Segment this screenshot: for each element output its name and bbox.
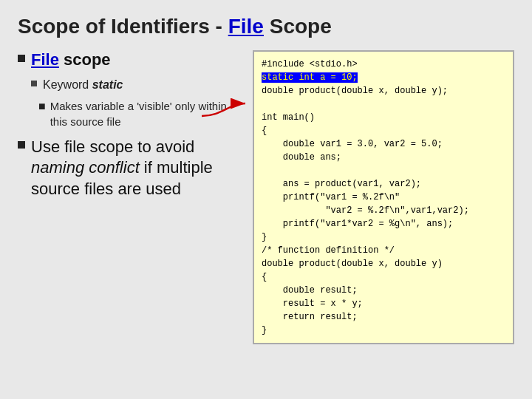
code-line-6: { xyxy=(262,124,505,137)
code-line-16: double product(double x, double y) xyxy=(262,257,505,270)
bullet-main-text-1: File scope xyxy=(31,50,111,69)
bullet-square-2 xyxy=(18,141,25,149)
code-line-19: result = x * y; xyxy=(262,297,505,310)
code-line-3: double product(double x, double y); xyxy=(262,84,505,98)
sub-sub-bullet: ■ Makes variable a 'visible' only within… xyxy=(38,98,232,129)
code-line-21: } xyxy=(262,324,505,337)
sub-bullet-container-1: Keyword static ■ Makes variable a 'visib… xyxy=(31,77,232,129)
code-line-17: { xyxy=(262,270,505,284)
bullet-use-file-scope: Use file scope to avoid naming conflict … xyxy=(18,137,232,200)
sub-bullet-keyword: Keyword static xyxy=(31,77,232,93)
code-highlight-static: static int a = 10; xyxy=(262,72,358,83)
title-underline: File xyxy=(228,15,264,38)
bullet-file-scope: File scope xyxy=(18,50,232,69)
file-underline: File xyxy=(31,50,59,69)
code-line-15: /* function definition */ xyxy=(262,244,505,257)
sub-bullet-square-1 xyxy=(31,81,37,86)
code-line-5: int main() xyxy=(262,111,505,124)
code-line-1: #include <stdio.h> xyxy=(262,58,505,71)
sub-sub-dot: ■ xyxy=(38,100,46,113)
content-area: File scope Keyword static ■ Makes variab… xyxy=(18,50,514,344)
code-line-11: printf("var1 = %.2f\n" xyxy=(262,191,505,204)
code-line-9 xyxy=(262,164,505,177)
code-line-8: double ans; xyxy=(262,151,505,164)
code-line-18: double result; xyxy=(262,284,505,297)
code-line-2: static int a = 10; xyxy=(262,71,505,84)
code-line-10: ans = product(var1, var2); xyxy=(262,177,505,191)
code-line-7: double var1 = 3.0, var2 = 5.0; xyxy=(262,137,505,151)
code-panel: #include <stdio.h> static int a = 10; do… xyxy=(253,50,514,344)
code-line-13: printf("var1*var2 = %g\n", ans); xyxy=(262,217,505,231)
bullet-large-text-2: Use file scope to avoid naming conflict … xyxy=(31,137,232,200)
slide: Scope of Identifiers - File Scope File s… xyxy=(0,0,532,399)
left-panel: File scope Keyword static ■ Makes variab… xyxy=(18,50,239,208)
keyword-static-text: Keyword static xyxy=(43,77,123,93)
naming-conflict-italic: naming conflict xyxy=(31,158,140,177)
code-line-20: return result; xyxy=(262,310,505,324)
sub-sub-text: Makes variable a 'visible' only within t… xyxy=(50,98,232,129)
code-line-4 xyxy=(262,98,505,111)
bullet-square-1 xyxy=(18,55,25,62)
code-line-14: } xyxy=(262,231,505,244)
slide-title: Scope of Identifiers - File Scope xyxy=(18,15,514,38)
code-line-12: "var2 = %.2f\n",var1,var2); xyxy=(262,204,505,217)
keyword-static-bold: static xyxy=(92,78,123,91)
